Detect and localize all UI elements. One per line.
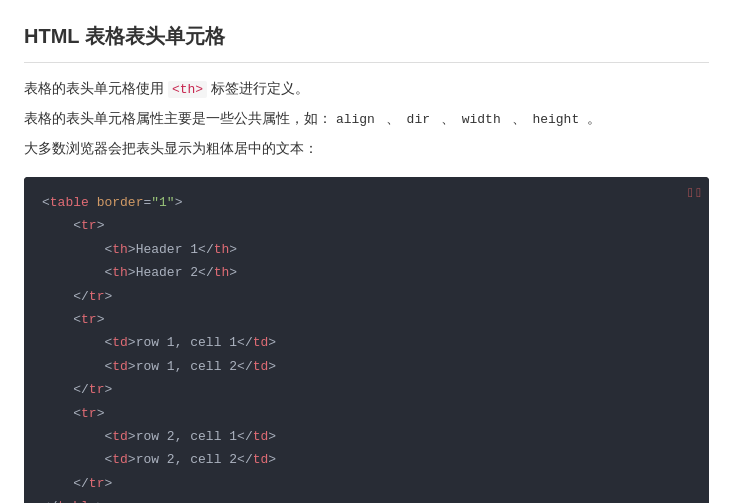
page-container: HTML 表格表头单元格 表格的表头单元格使用 <th> 标签进行定义。 表格的… (0, 0, 733, 503)
code-line-5: </tr> (42, 285, 691, 308)
attr-dir: dir (407, 112, 438, 127)
inline-code-th: <th> (168, 81, 207, 98)
attr-width: width (462, 112, 509, 127)
code-line-10: <tr> (42, 402, 691, 425)
desc-line-2: 表格的表头单元格属性主要是一些公共属性，如： align 、 dir 、 wid… (24, 107, 709, 131)
attr-align: align (336, 112, 383, 127)
code-line-4: <th>Header 2</th> (42, 261, 691, 284)
code-block: <table border="1"> <tr> <th>Header 1</th… (24, 177, 709, 503)
code-line-6: <tr> (42, 308, 691, 331)
code-line-9: </tr> (42, 378, 691, 401)
code-line-8: <td>row 1, cell 2</td> (42, 355, 691, 378)
desc-line-1: 表格的表头单元格使用 <th> 标签进行定义。 (24, 77, 709, 101)
code-block-wrapper:  ⧉ <table border="1"> <tr> <th>Header 1… (24, 177, 709, 503)
code-line-12: <td>row 2, cell 2</td> (42, 448, 691, 471)
code-line-14: </table> (42, 495, 691, 503)
desc-line-3: 大多数浏览器会把表头显示为粗体居中的文本： (24, 137, 709, 161)
page-title: HTML 表格表头单元格 (24, 20, 709, 63)
code-toolbar:  ⧉ (688, 183, 701, 204)
code-line-2: <tr> (42, 214, 691, 237)
description-block: 表格的表头单元格使用 <th> 标签进行定义。 表格的表头单元格属性主要是一些公… (24, 77, 709, 161)
code-line-1: <table border="1"> (42, 191, 691, 214)
code-line-13: </tr> (42, 472, 691, 495)
code-line-11: <td>row 2, cell 1</td> (42, 425, 691, 448)
code-line-7: <td>row 1, cell 1</td> (42, 331, 691, 354)
attr-height: height (532, 112, 587, 127)
code-line-3: <th>Header 1</th> (42, 238, 691, 261)
copy-icon[interactable]:  ⧉ (688, 183, 701, 204)
